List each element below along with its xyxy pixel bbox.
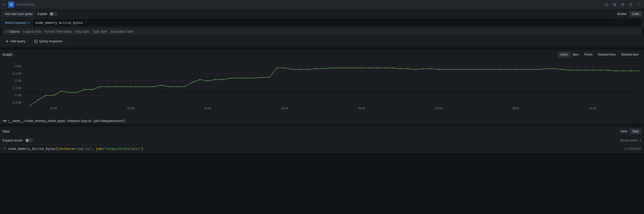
- raw-header: Raw Table Raw: [0, 126, 644, 136]
- svg-point-76: [307, 69, 308, 70]
- trash-icon[interactable]: [628, 2, 634, 8]
- metrics-browser-button[interactable]: Metrics browser: [2, 19, 33, 27]
- action-row: Add query Query inspector: [0, 35, 644, 47]
- svg-point-80: [338, 67, 339, 68]
- query-input[interactable]: [33, 19, 642, 27]
- svg-text:?: ?: [606, 4, 607, 6]
- chevron-right-icon: [27, 22, 30, 24]
- svg-point-55: [146, 86, 147, 87]
- query-sub-row: Kick start your query Explain Builder Co…: [0, 9, 644, 19]
- svg-point-103: [515, 69, 516, 70]
- mode-stacked-lines[interactable]: Stacked lines: [595, 52, 618, 57]
- graph-mode-segment: Lines Bars Points Stacked lines Stacked …: [558, 51, 641, 58]
- svg-text:11.5 Bil: 11.5 Bil: [13, 86, 21, 90]
- raw-value: 127065088: [623, 147, 641, 151]
- svg-point-65: [223, 79, 224, 80]
- svg-point-79: [330, 67, 331, 68]
- builder-code-segment: Builder Code: [615, 11, 642, 17]
- svg-point-110: [569, 70, 570, 71]
- svg-point-46: [76, 92, 77, 93]
- svg-point-41: [38, 99, 39, 100]
- svg-point-96: [461, 69, 462, 70]
- svg-point-92: [430, 68, 431, 69]
- datasource-label: (Prometheus): [16, 3, 35, 6]
- mode-bars[interactable]: Bars: [570, 52, 582, 57]
- opt-exemplars: Exemplars: false: [111, 30, 133, 33]
- svg-text:20:45: 20:45: [358, 107, 365, 110]
- raw-label-key-1: job: [95, 147, 101, 151]
- svg-point-81: [346, 67, 347, 68]
- svg-point-7: [638, 4, 639, 5]
- svg-point-44: [61, 91, 62, 92]
- help-icon[interactable]: ?: [603, 2, 609, 8]
- svg-point-59: [176, 86, 178, 87]
- svg-point-86: [384, 67, 385, 68]
- duplicate-icon[interactable]: [611, 2, 618, 8]
- chart-legend[interactable]: {__name__="node_memory_Active_bytes", in…: [0, 118, 644, 124]
- svg-point-107: [546, 68, 547, 69]
- chevron-right-icon: [5, 30, 8, 33]
- svg-point-89: [407, 68, 408, 69]
- svg-point-88: [400, 68, 401, 69]
- svg-point-48: [92, 89, 93, 90]
- query-inspector-button[interactable]: Query inspector: [31, 38, 66, 45]
- svg-rect-2: [614, 4, 615, 5]
- code-tab[interactable]: Code: [629, 11, 642, 17]
- svg-point-85: [377, 67, 378, 68]
- expand-row-icon[interactable]: [3, 147, 6, 151]
- svg-point-62: [200, 79, 201, 80]
- mode-lines[interactable]: Lines: [558, 52, 570, 57]
- svg-point-64: [215, 79, 216, 80]
- raw-metric-name: node_memory_Active_bytes: [8, 147, 56, 151]
- svg-text:13 Bil: 13 Bil: [14, 65, 22, 68]
- svg-text:12 Bil: 12 Bil: [14, 79, 22, 82]
- svg-point-54: [138, 86, 139, 87]
- svg-point-82: [353, 67, 355, 68]
- expand-results-label: Expand results: [3, 139, 23, 142]
- query-inspector-label: Query inspector: [39, 39, 62, 43]
- svg-point-51: [115, 86, 116, 87]
- svg-point-63: [207, 80, 208, 81]
- svg-text:20:50: 20:50: [435, 107, 442, 110]
- svg-text:10.5 Bil: 10.5 Bil: [13, 101, 21, 104]
- opt-step: Step: auto: [75, 30, 89, 33]
- expand-results-toggle[interactable]: [25, 138, 33, 142]
- svg-point-72: [277, 67, 278, 68]
- raw-data-row[interactable]: node_memory_Active_bytes{instance="pop-o…: [0, 145, 644, 153]
- graph-panel: Graph Lines Bars Points Stacked lines St…: [0, 49, 644, 124]
- eye-icon[interactable]: [620, 2, 626, 8]
- graph-header: Graph Lines Bars Points Stacked lines St…: [0, 49, 644, 60]
- raw-metric: node_memory_Active_bytes{instance="pop-o…: [8, 147, 143, 151]
- svg-point-105: [531, 69, 532, 70]
- chart-container[interactable]: 10.5 Bil11 Bil11.5 Bil12 Bil12.5 Bil13 B…: [0, 60, 644, 118]
- svg-point-100: [492, 69, 493, 70]
- svg-point-87: [392, 67, 393, 68]
- svg-point-115: [608, 70, 609, 71]
- add-query-button[interactable]: Add query: [2, 38, 29, 45]
- options-expand[interactable]: Options: [5, 30, 20, 33]
- raw-table-tab[interactable]: Table: [618, 129, 630, 134]
- builder-tab[interactable]: Builder: [615, 11, 629, 17]
- collapse-icon[interactable]: [2, 3, 6, 7]
- svg-point-116: [615, 70, 616, 72]
- explain-toggle[interactable]: [50, 12, 58, 16]
- svg-point-57: [161, 85, 162, 86]
- query-letter-badge[interactable]: A: [8, 2, 14, 8]
- graph-title: Graph: [3, 52, 12, 57]
- kickstart-button[interactable]: Kick start your query: [2, 11, 35, 17]
- svg-point-95: [454, 69, 455, 70]
- query-header: A (Prometheus) ?: [0, 0, 644, 9]
- svg-point-6: [639, 4, 640, 4]
- svg-point-94: [446, 69, 447, 70]
- chart-svg: 10.5 Bil11 Bil11.5 Bil12 Bil12.5 Bil13 B…: [13, 62, 641, 111]
- raw-raw-tab[interactable]: Raw: [630, 129, 641, 134]
- svg-point-78: [323, 68, 324, 69]
- raw-label-val-1: "integrations/unix": [104, 147, 141, 151]
- mode-points[interactable]: Points: [582, 52, 595, 57]
- svg-point-58: [169, 86, 170, 87]
- drag-icon[interactable]: [636, 2, 642, 8]
- options-row[interactable]: Options Legend: Auto Format: Time series…: [2, 28, 642, 35]
- mode-stacked-bars[interactable]: Stacked bars: [618, 52, 641, 57]
- raw-title: Raw: [3, 129, 10, 133]
- svg-point-97: [469, 69, 470, 70]
